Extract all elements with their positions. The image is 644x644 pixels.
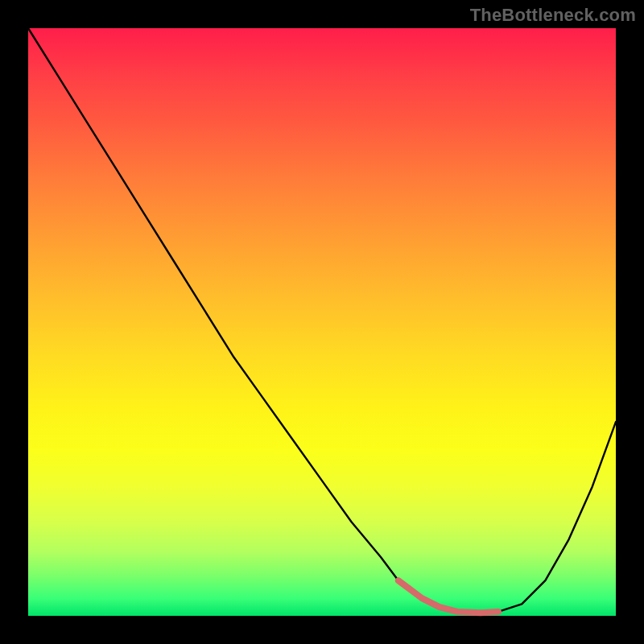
watermark-text: TheBottleneck.com — [470, 5, 636, 26]
chart-svg — [28, 28, 616, 616]
plot-area — [28, 28, 616, 616]
chart-frame: TheBottleneck.com — [0, 0, 644, 644]
highlight-curve-path — [398, 580, 498, 613]
main-curve-path — [28, 28, 616, 613]
